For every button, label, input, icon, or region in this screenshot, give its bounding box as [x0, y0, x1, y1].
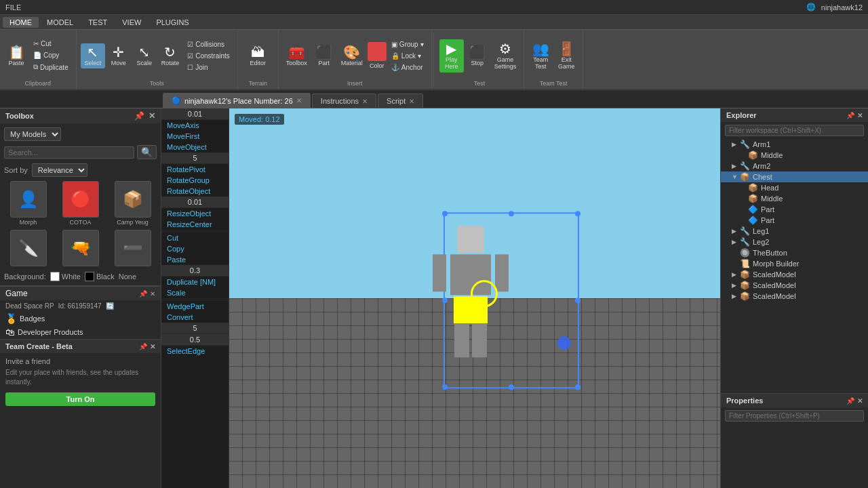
bg-white-swatch — [50, 272, 60, 281]
game-pin-icon[interactable]: 📌 — [139, 290, 147, 298]
group-button[interactable]: ▣ Group ▾ — [388, 39, 427, 49]
tc-pin-icon[interactable]: 📌 — [139, 343, 147, 350]
scale-button[interactable]: ⤡ Scale — [132, 43, 157, 68]
cmd-item[interactable]: SelectEdge — [161, 346, 229, 357]
props-pin-icon[interactable]: 📌 — [846, 397, 854, 405]
menu-plugins[interactable]: PLUGINS — [149, 17, 195, 28]
models-dropdown[interactable]: My Models — [4, 127, 61, 141]
tc-invite[interactable]: Invite a friend — [5, 357, 155, 365]
tree-item-9[interactable]: ▶🔧Leg2 — [721, 237, 868, 247]
relevance-dropdown[interactable]: Relevance — [32, 163, 87, 177]
model-item-0[interactable]: 👤 Morph — [4, 181, 52, 226]
tc-turn-on-button[interactable]: Turn On — [5, 392, 155, 406]
copy-button[interactable]: 📄 Copy — [30, 50, 72, 60]
model-item-2[interactable]: 📦 Camp Yeug — [108, 181, 157, 226]
tree-item-13[interactable]: ▶📦ScaledModel — [721, 280, 868, 291]
toolbox-pin-icon[interactable]: 📌 — [134, 111, 144, 121]
tree-item-6[interactable]: 🔷Part — [721, 204, 868, 215]
model-item-5[interactable]: ➖ — [108, 230, 157, 268]
badges-item[interactable]: 🏅 Badges — [0, 312, 161, 325]
exit-game-button[interactable]: 🚪 Exit Game — [554, 40, 578, 72]
tree-item-5[interactable]: 📦Middle — [721, 193, 868, 204]
cmd-item[interactable]: RotateObject — [161, 186, 229, 197]
props-close-icon[interactable]: ✕ — [857, 397, 863, 405]
cmd-item[interactable]: MoveFirst — [161, 131, 229, 142]
tab-place[interactable]: 🔵 ninjahawk12's Place Number: 26 ✕ — [163, 93, 311, 108]
tree-item-2[interactable]: ▶🔧Arm2 — [721, 161, 868, 171]
cmd-item[interactable]: ResizeCenter — [161, 219, 229, 230]
file-menu[interactable]: FILE — [5, 3, 21, 12]
tree-item-1[interactable]: 📦Middle — [721, 150, 868, 161]
refresh-icon[interactable]: 🔄 — [106, 302, 114, 310]
rotate-button[interactable]: ↻ Rotate — [158, 43, 183, 68]
collisions-button[interactable]: ☑ Collisions — [184, 39, 233, 49]
cmd-item[interactable]: MoveObject — [161, 142, 229, 152]
tab-script[interactable]: Script ✕ — [378, 94, 423, 108]
tree-item-12[interactable]: ▶📦ScaledModel — [721, 269, 868, 280]
paste-button[interactable]: 📋 Paste — [4, 43, 28, 68]
menu-home[interactable]: HOME — [3, 17, 39, 28]
explorer-search-input[interactable] — [725, 125, 864, 136]
bg-white-option[interactable]: White — [50, 272, 81, 281]
constraints-button[interactable]: ☑ Constraints — [184, 51, 233, 61]
tree-item-11[interactable]: 📜Morph Builder — [721, 258, 868, 269]
menu-view[interactable]: VIEW — [115, 17, 148, 28]
viewport[interactable]: Moved: 0.12 — [229, 108, 720, 488]
menu-model[interactable]: MODEL — [40, 17, 80, 28]
search-button[interactable]: 🔍 — [137, 145, 157, 159]
tree-item-4[interactable]: 📦Head — [721, 182, 868, 193]
dev-products-item[interactable]: 🛍 Developer Products — [0, 325, 161, 339]
game-settings-button[interactable]: ⚙ Game Settings — [491, 40, 520, 72]
tree-item-7[interactable]: 🔷Part — [721, 215, 868, 226]
material-button[interactable]: 🎨 Material — [338, 43, 366, 68]
cmd-item[interactable]: Copy — [161, 243, 229, 254]
tree-item-14[interactable]: ▶📦ScaledModel — [721, 291, 868, 302]
model-item-1[interactable]: 🔴 COTOA — [56, 181, 104, 226]
toolbox-close-icon[interactable]: ✕ — [149, 111, 155, 121]
props-search-input[interactable] — [725, 410, 864, 422]
select-button[interactable]: ↖ Select — [81, 43, 105, 68]
tc-close-icon[interactable]: ✕ — [150, 343, 155, 350]
cmd-item[interactable]: Paste — [161, 254, 229, 265]
tab-instructions-close[interactable]: ✕ — [362, 98, 368, 105]
team-test-button[interactable]: 👥 Team Test — [528, 40, 553, 72]
tree-item-3[interactable]: ▼📦Chest — [721, 171, 868, 182]
color-button[interactable] — [368, 42, 387, 61]
tab-instructions[interactable]: Instructions ✕ — [312, 94, 376, 108]
explorer-close-icon[interactable]: ✕ — [857, 112, 863, 119]
cmd-item[interactable]: Convert — [161, 312, 229, 323]
tab-place-close[interactable]: ✕ — [296, 97, 302, 104]
cmd-item[interactable]: MoveAxis — [161, 120, 229, 131]
toolbox-button[interactable]: 🧰 Toolbox — [283, 43, 311, 68]
cmd-item[interactable]: ResizeObject — [161, 208, 229, 219]
stop-button[interactable]: ⬛ Stop — [465, 43, 490, 68]
part-button[interactable]: ⬛ Part — [312, 43, 336, 68]
cmd-item[interactable]: Scale — [161, 287, 229, 298]
model-item-4[interactable]: 🔫 — [56, 230, 104, 268]
model-item-3[interactable]: 🔪 — [4, 230, 52, 268]
search-input[interactable] — [4, 146, 134, 159]
menu-test[interactable]: TEST — [81, 17, 114, 28]
join-button[interactable]: ☐ Join — [184, 62, 233, 73]
lock-button[interactable]: 🔒 Lock ▾ — [388, 51, 427, 61]
cmd-item[interactable]: RotateGroup — [161, 175, 229, 186]
tree-item-0[interactable]: ▶🔧Arm1 — [721, 139, 868, 150]
play-here-button[interactable]: ▶ Play Here — [439, 39, 464, 73]
explorer-pin-icon[interactable]: 📌 — [846, 112, 854, 119]
editor-button[interactable]: 🏔 Editor — [245, 43, 270, 68]
duplicate-button[interactable]: ⧉ Duplicate — [30, 62, 72, 73]
sortby-label: Sort by — [4, 166, 28, 174]
bg-black-option[interactable]: Black — [85, 272, 115, 281]
game-close-icon[interactable]: ✕ — [150, 290, 155, 298]
move-button[interactable]: ✛ Move — [106, 43, 131, 68]
bg-none-option[interactable]: None — [119, 272, 136, 281]
cmd-item[interactable]: Cut — [161, 232, 229, 243]
cmd-item[interactable]: RotatePivot — [161, 164, 229, 175]
anchor-button[interactable]: ⚓ Anchor — [388, 62, 427, 73]
tab-script-close[interactable]: ✕ — [409, 98, 414, 105]
cmd-item[interactable]: Duplicate [NM] — [161, 277, 229, 287]
tree-item-10[interactable]: 🔘TheButton — [721, 247, 868, 258]
cut-button[interactable]: ✂ Cut — [30, 39, 72, 49]
tree-item-8[interactable]: ▶🔧Leg1 — [721, 226, 868, 237]
cmd-item[interactable]: WedgePart — [161, 301, 229, 312]
